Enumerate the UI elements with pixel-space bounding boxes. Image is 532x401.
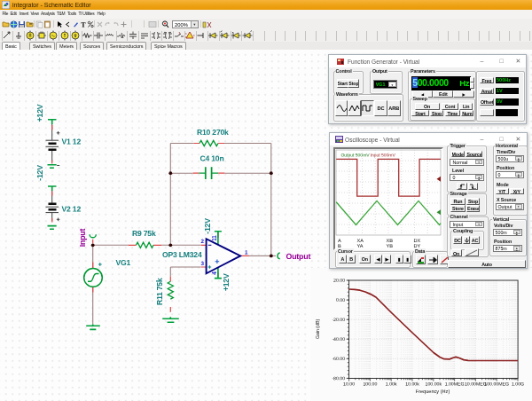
svg-text:R10 270k: R10 270k: [197, 128, 229, 137]
svg-text:1.00MEG: 1.00MEG: [445, 381, 465, 387]
svg-text:Output: Output: [286, 252, 310, 261]
svg-text:-12V: -12V: [35, 165, 44, 181]
svg-text:YB: YB: [386, 243, 393, 248]
svg-text:1.00G: 1.00G: [512, 381, 524, 387]
svg-text:C4 10n: C4 10n: [200, 154, 223, 163]
svg-text:R11 75k: R11 75k: [155, 278, 164, 305]
svg-text:VG1: VG1: [115, 258, 130, 267]
svg-text:Frequency (Hz): Frequency (Hz): [416, 389, 450, 394]
svg-text:Gain (dB): Gain (dB): [315, 319, 320, 339]
svg-text:V2 12: V2 12: [61, 205, 81, 214]
svg-text:11: 11: [211, 235, 217, 241]
svg-text:-40.00: -40.00: [332, 336, 345, 342]
svg-text:-60.00: -60.00: [332, 356, 345, 361]
svg-text:1: 1: [245, 249, 248, 256]
svg-text:V1 12: V1 12: [61, 138, 81, 146]
svg-text:OP3 LM324: OP3 LM324: [162, 250, 202, 259]
svg-text:Input: Input: [78, 228, 87, 247]
svg-text:10.00MEG: 10.00MEG: [465, 381, 487, 387]
svg-text:100.00MEG: 100.00MEG: [484, 381, 509, 387]
svg-text:2: 2: [200, 238, 204, 244]
svg-text:+12V: +12V: [222, 273, 231, 291]
svg-text:10.00: 10.00: [343, 381, 355, 387]
svg-text:R9 75k: R9 75k: [132, 229, 156, 238]
svg-text:-80.00: -80.00: [332, 375, 345, 381]
svg-text:100.00: 100.00: [363, 381, 377, 387]
svg-text:Input 500mV: Input 500mV: [370, 152, 395, 157]
svg-text:1.00k: 1.00k: [386, 381, 397, 387]
svg-text:-20.00: -20.00: [332, 317, 345, 322]
svg-text:-12V: -12V: [203, 218, 212, 234]
svg-text:20.00: 20.00: [333, 278, 345, 283]
svg-text:100.00k: 100.00k: [426, 381, 442, 387]
svg-text:+12V: +12V: [35, 104, 44, 122]
svg-text:Output 500mV: Output 500mV: [340, 152, 370, 157]
svg-text:10.00k: 10.00k: [405, 381, 419, 387]
svg-text:YA: YA: [356, 243, 363, 248]
svg-text:0.00: 0.00: [336, 297, 345, 303]
svg-text:3: 3: [200, 260, 204, 266]
svg-text:4: 4: [211, 271, 217, 275]
